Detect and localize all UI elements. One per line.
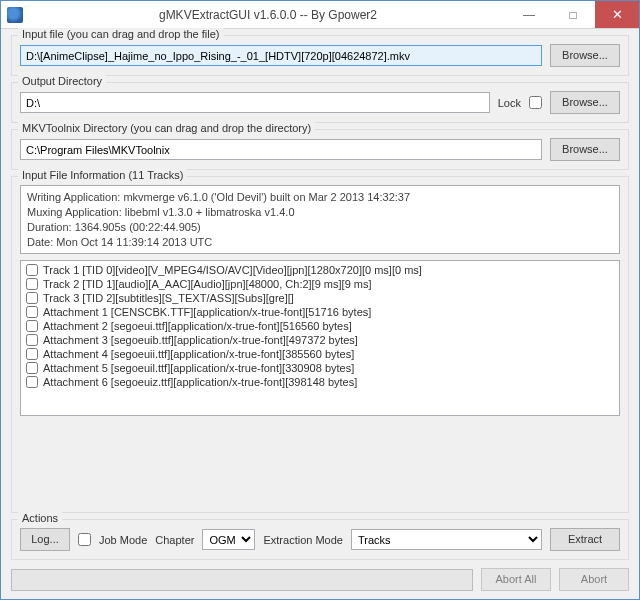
- input-file-group: Input file (you can drag and drop the fi…: [11, 35, 629, 76]
- track-checkbox[interactable]: [26, 376, 38, 388]
- track-label: Attachment 5 [segoeuil.ttf][application/…: [43, 362, 354, 374]
- track-checkbox[interactable]: [26, 292, 38, 304]
- file-info-group: Input File Information (11 Tracks) Writi…: [11, 176, 629, 513]
- track-item[interactable]: Track 2 [TID 1][audio][A_AAC][Audio][jpn…: [23, 277, 617, 291]
- abort-button[interactable]: Abort: [559, 568, 629, 591]
- minimize-button[interactable]: —: [507, 1, 551, 28]
- toolnix-dir-field[interactable]: [20, 139, 542, 160]
- track-label: Attachment 6 [segoeuiz.ttf][application/…: [43, 376, 357, 388]
- track-item[interactable]: Track 1 [TID 0][video][V_MPEG4/ISO/AVC][…: [23, 263, 617, 277]
- track-label: Attachment 1 [CENSCBK.TTF][application/x…: [43, 306, 371, 318]
- output-dir-group: Output Directory Lock Browse...: [11, 82, 629, 123]
- track-label: Track 2 [TID 1][audio][A_AAC][Audio][jpn…: [43, 278, 372, 290]
- job-mode-label: Job Mode: [99, 534, 147, 546]
- chapter-select[interactable]: OGM: [202, 529, 255, 550]
- info-muxing: Muxing Application: libebml v1.3.0 + lib…: [27, 205, 613, 220]
- track-item[interactable]: Track 3 [TID 2][subtitles][S_TEXT/ASS][S…: [23, 291, 617, 305]
- tracks-list[interactable]: Track 1 [TID 0][video][V_MPEG4/ISO/AVC][…: [20, 260, 620, 416]
- track-label: Attachment 4 [segoeuii.ttf][application/…: [43, 348, 354, 360]
- track-checkbox[interactable]: [26, 348, 38, 360]
- track-item[interactable]: Attachment 2 [segoeui.ttf][application/x…: [23, 319, 617, 333]
- file-info-box: Writing Application: mkvmerge v6.1.0 ('O…: [20, 185, 620, 254]
- track-checkbox[interactable]: [26, 334, 38, 346]
- chapter-label: Chapter: [155, 534, 194, 546]
- track-item[interactable]: Attachment 4 [segoeuii.ttf][application/…: [23, 347, 617, 361]
- track-label: Track 1 [TID 0][video][V_MPEG4/ISO/AVC][…: [43, 264, 422, 276]
- actions-group: Actions Log... Job Mode Chapter OGM Extr…: [11, 519, 629, 560]
- info-date: Date: Mon Oct 14 11:39:14 2013 UTC: [27, 235, 613, 250]
- track-item[interactable]: Attachment 1 [CENSCBK.TTF][application/x…: [23, 305, 617, 319]
- titlebar[interactable]: gMKVExtractGUI v1.6.0.0 -- By Gpower2 — …: [1, 1, 639, 29]
- abort-all-button[interactable]: Abort All: [481, 568, 551, 591]
- browse-output-button[interactable]: Browse...: [550, 91, 620, 114]
- track-label: Attachment 2 [segoeui.ttf][application/x…: [43, 320, 352, 332]
- browse-toolnix-button[interactable]: Browse...: [550, 138, 620, 161]
- track-item[interactable]: Attachment 6 [segoeuiz.ttf][application/…: [23, 375, 617, 389]
- actions-label: Actions: [18, 512, 62, 524]
- window-title: gMKVExtractGUI v1.6.0.0 -- By Gpower2: [29, 8, 507, 22]
- track-item[interactable]: Attachment 5 [segoeuil.ttf][application/…: [23, 361, 617, 375]
- extraction-mode-label: Extraction Mode: [263, 534, 342, 546]
- output-dir-label: Output Directory: [18, 75, 106, 87]
- track-label: Attachment 3 [segoeuib.ttf][application/…: [43, 334, 358, 346]
- info-writing: Writing Application: mkvmerge v6.1.0 ('O…: [27, 190, 613, 205]
- track-checkbox[interactable]: [26, 306, 38, 318]
- lock-label: Lock: [498, 97, 521, 109]
- close-button[interactable]: ✕: [595, 1, 639, 28]
- progress-bar: [11, 569, 473, 591]
- lock-checkbox[interactable]: [529, 96, 542, 109]
- input-file-label: Input file (you can drag and drop the fi…: [18, 28, 224, 40]
- maximize-button[interactable]: □: [551, 1, 595, 28]
- track-checkbox[interactable]: [26, 264, 38, 276]
- job-mode-checkbox[interactable]: [78, 533, 91, 546]
- file-info-label: Input File Information (11 Tracks): [18, 169, 187, 181]
- output-dir-field[interactable]: [20, 92, 490, 113]
- toolnix-dir-label: MKVToolnix Directory (you can drag and d…: [18, 122, 315, 134]
- browse-input-button[interactable]: Browse...: [550, 44, 620, 67]
- app-icon: [7, 7, 23, 23]
- track-checkbox[interactable]: [26, 278, 38, 290]
- input-file-field[interactable]: [20, 45, 542, 66]
- toolnix-dir-group: MKVToolnix Directory (you can drag and d…: [11, 129, 629, 170]
- log-button[interactable]: Log...: [20, 528, 70, 551]
- track-item[interactable]: Attachment 3 [segoeuib.ttf][application/…: [23, 333, 617, 347]
- track-label: Track 3 [TID 2][subtitles][S_TEXT/ASS][S…: [43, 292, 294, 304]
- track-checkbox[interactable]: [26, 320, 38, 332]
- track-checkbox[interactable]: [26, 362, 38, 374]
- extract-button[interactable]: Extract: [550, 528, 620, 551]
- info-duration: Duration: 1364.905s (00:22:44.905): [27, 220, 613, 235]
- extraction-mode-select[interactable]: Tracks: [351, 529, 542, 550]
